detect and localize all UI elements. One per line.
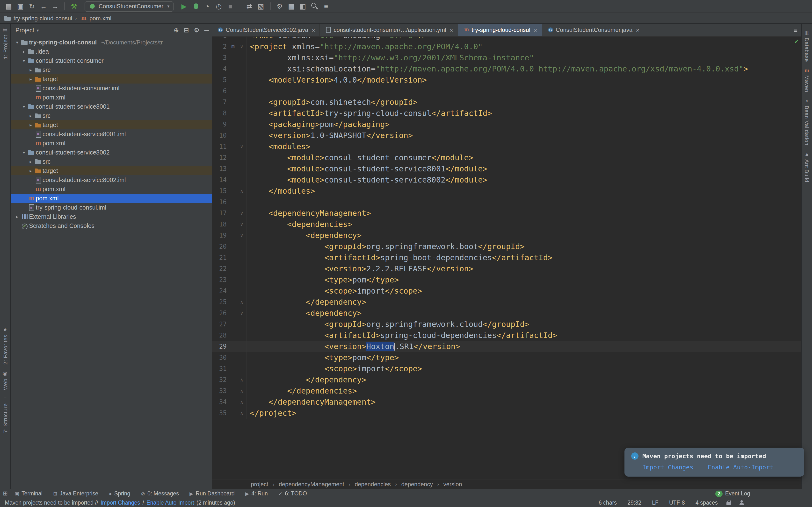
project-view-selector[interactable]: Project ▾	[15, 27, 39, 34]
chevron-right-icon[interactable]: ▸	[27, 122, 34, 127]
editor-tab[interactable]: try-spring-cloud-consul×	[458, 24, 542, 36]
editor-tab[interactable]: consul-student-consumer/…/application.ym…	[320, 24, 458, 36]
tool-window-button-java-enterprise[interactable]: ⊞Java Enterprise	[53, 491, 98, 496]
fold-end-icon[interactable]: ∧	[237, 407, 246, 418]
code-line[interactable]: 7 <groupId>com.shinetech</groupId>	[212, 97, 801, 108]
code-line[interactable]: 16	[212, 196, 801, 208]
locate-file-button[interactable]: ⊕	[174, 26, 179, 34]
code-line[interactable]: 13 <module>consul-student-service8001</m…	[212, 163, 801, 174]
tool-window-switcher-icon[interactable]: ⊞	[3, 490, 8, 497]
tree-item[interactable]: try-spring-cloud-consul.iml	[11, 203, 212, 212]
run-config-select[interactable]: ConsulStudentConsumer ▾	[85, 1, 173, 11]
hector-inspections-icon[interactable]	[739, 500, 744, 505]
chevron-right-icon[interactable]: ▸	[27, 113, 34, 118]
tool-window-button-messages[interactable]: ⊘0: Messages	[141, 491, 179, 496]
tree-item[interactable]: ▾consul-student-service8001	[11, 102, 212, 111]
status-encoding[interactable]: UTF-8	[669, 500, 685, 506]
synchronize-button[interactable]: ↻	[26, 1, 38, 12]
editor-pane[interactable]: 1<?xml version="1.0" encoding="UTF-8"?>2…	[212, 37, 801, 479]
chevron-down-icon[interactable]: ▾	[20, 104, 28, 109]
stop-button[interactable]: ■	[224, 1, 236, 12]
dump-threads-button[interactable]: ▧	[255, 1, 266, 12]
status-caret-position[interactable]: 29:32	[627, 500, 642, 506]
tree-item[interactable]: consul-student-service8002.iml	[11, 175, 212, 184]
chevron-down-icon[interactable]: ▾	[20, 150, 28, 155]
tree-item[interactable]: pom.xml	[11, 93, 212, 102]
code-line[interactable]: 29 <version>Hoxton.SR1</version>	[212, 341, 801, 352]
chevron-right-icon[interactable]: ▸	[27, 168, 34, 173]
code-line[interactable]: 15∧ </modules>	[212, 185, 801, 196]
profiler-button[interactable]: ◴	[213, 1, 224, 12]
tool-window-button-spring[interactable]: ●Spring	[109, 491, 131, 496]
tree-item[interactable]: pom.xml	[11, 193, 212, 203]
tree-item[interactable]: pom.xml	[11, 138, 212, 148]
code-line[interactable]: 1<?xml version="1.0" encoding="UTF-8"?>	[212, 37, 801, 41]
code-line[interactable]: 25∧ </dependency>	[212, 296, 801, 307]
tool-stripe-maven[interactable]: mMaven	[803, 64, 811, 95]
code-line[interactable]: 26∨ <dependency>	[212, 307, 801, 319]
fold-start-icon[interactable]: ∨	[237, 141, 246, 152]
fold-start-icon[interactable]: ∨	[237, 307, 246, 319]
tool-window-button-terminal[interactable]: ▣Terminal	[14, 491, 43, 496]
fold-end-icon[interactable]: ∧	[237, 374, 246, 385]
chevron-right-icon[interactable]: ▸	[27, 76, 34, 81]
code-line[interactable]: 10 <version>1.0-SNAPSHOT</version>	[212, 130, 801, 141]
close-icon[interactable]: ×	[450, 27, 453, 33]
tree-item[interactable]: ▸target	[11, 120, 212, 129]
chevron-right-icon[interactable]: ▸	[27, 67, 34, 72]
tool-stripe-project[interactable]: ▤1: Project	[1, 24, 9, 62]
code-line[interactable]: 9 <packaging>pom</packaging>	[212, 119, 801, 130]
code-line[interactable]: 12 <module>consul-student-consumer</modu…	[212, 152, 801, 163]
editor-layout-button[interactable]: ◧	[297, 1, 309, 12]
tool-stripe-bean-validation[interactable]: ◖Bean Validation	[803, 95, 811, 148]
fold-start-icon[interactable]: ∨	[237, 219, 246, 230]
breadcrumb-item[interactable]: version	[444, 481, 462, 488]
code-line[interactable]: 33∧ </dependencies>	[212, 385, 801, 396]
tree-item[interactable]: ▸src	[11, 65, 212, 74]
chevron-down-icon[interactable]: ▾	[13, 40, 21, 45]
code-line[interactable]: 8 <artifactId>try-spring-cloud-consul</a…	[212, 108, 801, 119]
project-structure-button[interactable]: ▦	[286, 1, 297, 12]
code-line[interactable]: 32∧ </dependency>	[212, 374, 801, 385]
inspections-status-icon[interactable]: ✓	[794, 38, 799, 45]
fold-end-icon[interactable]: ∧	[237, 185, 246, 196]
code-line[interactable]: 19∨ <dependency>	[212, 230, 801, 241]
tree-item[interactable]: ▸src	[11, 111, 212, 120]
code-line[interactable]: 28 <artifactId>spring-cloud-dependencies…	[212, 330, 801, 341]
fold-start-icon[interactable]: ∨	[237, 41, 246, 52]
status-selection-info[interactable]: 6 chars	[599, 500, 617, 506]
tree-item[interactable]: ▾try-spring-cloud-consul~/Documents/Proj…	[11, 38, 212, 47]
tool-stripe-web[interactable]: ◉Web	[1, 367, 9, 392]
code-line[interactable]: 22 <version>2.2.2.RELEASE</version>	[212, 263, 801, 274]
code-line[interactable]: 21 <artifactId>spring-boot-dependencies<…	[212, 252, 801, 263]
breadcrumb-item[interactable]: dependency	[401, 481, 433, 488]
breadcrumb-item[interactable]: project	[251, 481, 268, 488]
fold-end-icon[interactable]: ∧	[237, 396, 246, 407]
attach-debugger-button[interactable]: ⇄	[243, 1, 255, 12]
code-line[interactable]: 6	[212, 86, 801, 97]
tree-item[interactable]: consul-student-service8001.iml	[11, 129, 212, 138]
save-all-button[interactable]: ▣	[14, 1, 26, 12]
debug-button[interactable]	[190, 1, 201, 12]
tree-item[interactable]: ▾consul-student-consumer	[11, 56, 212, 65]
fold-end-icon[interactable]: ∧	[237, 385, 246, 396]
preferences-button[interactable]: ≡	[320, 1, 332, 12]
status-link[interactable]: Enable Auto-Import	[146, 500, 194, 506]
tool-window-button-run-dashboard[interactable]: ▶Run Dashboard	[190, 491, 235, 496]
run-with-coverage-button[interactable]: ◔	[201, 1, 213, 12]
code-line[interactable]: 2m∨<project xmlns="http://maven.apache.o…	[212, 41, 801, 52]
tree-item[interactable]: ▸target	[11, 74, 212, 83]
breadcrumb-item[interactable]: dependencies	[355, 481, 391, 488]
code-line[interactable]: 14 <module>consul-student-service8002</m…	[212, 174, 801, 185]
status-link[interactable]: Import Changes	[101, 500, 140, 506]
tab-list-icon[interactable]: ≡	[794, 26, 798, 34]
code-line[interactable]: 34∧ </dependencyManagement>	[212, 396, 801, 407]
code-line[interactable]: 17∨ <dependencyManagement>	[212, 208, 801, 219]
code-line[interactable]: 3 xmlns:xsi="http://www.w3.org/2001/XMLS…	[212, 52, 801, 63]
code-line[interactable]: 35∧</project>	[212, 407, 801, 418]
tool-stripe-structure[interactable]: ≡7: Structure	[1, 392, 9, 436]
nav-crumb[interactable]: pom.xml	[80, 14, 111, 22]
tool-stripe-ant-build[interactable]: ▲Ant Build	[803, 148, 811, 184]
import-changes-link[interactable]: Import Changes	[642, 463, 693, 471]
code-line[interactable]: 11∨ <modules>	[212, 141, 801, 152]
